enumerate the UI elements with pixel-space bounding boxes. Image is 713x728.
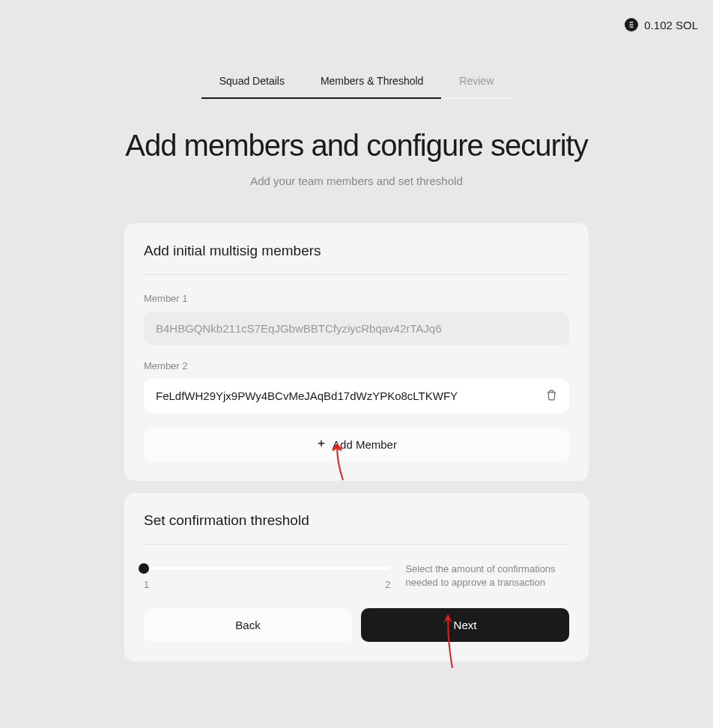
slider-thumb[interactable] (139, 563, 149, 574)
solana-icon (625, 18, 638, 31)
balance-bar: 0.102 SOL (625, 18, 698, 31)
delete-member-button[interactable] (543, 386, 560, 406)
slider-min-label: 1 (144, 579, 149, 590)
add-member-button[interactable]: Add Member (144, 428, 569, 461)
plus-icon (316, 438, 327, 451)
member2-input[interactable] (144, 379, 569, 413)
add-member-label: Add Member (333, 438, 397, 451)
divider (144, 274, 569, 275)
threshold-card-title: Set confirmation threshold (144, 512, 569, 529)
threshold-slider[interactable] (144, 567, 390, 570)
page-title: Add members and configure security (124, 129, 589, 163)
balance-amount: 0.102 SOL (644, 19, 698, 31)
progress-tabs: Squad Details Members & Threshold Review (124, 75, 589, 99)
member1-input (144, 312, 569, 345)
threshold-card: Set confirmation threshold 1 2 Select th… (124, 493, 589, 661)
tab-review[interactable]: Review (441, 75, 512, 99)
tab-squad-details[interactable]: Squad Details (201, 75, 303, 99)
members-card: Add initial multisig members Member 1 Me… (124, 223, 589, 481)
members-card-title: Add initial multisig members (144, 243, 569, 259)
next-button[interactable]: Next (361, 608, 569, 642)
member2-label: Member 2 (144, 360, 569, 371)
threshold-slider-wrap: 1 2 (144, 562, 390, 590)
back-button[interactable]: Back (144, 608, 352, 642)
member1-label: Member 1 (144, 293, 569, 304)
tab-members-threshold[interactable]: Members & Threshold (303, 75, 441, 99)
page-subtitle: Add your team members and set threshold (124, 175, 589, 187)
divider (144, 544, 569, 545)
trash-icon (546, 389, 557, 403)
threshold-description: Select the amount of confirmations neede… (405, 562, 569, 589)
slider-max-label: 2 (385, 579, 390, 590)
